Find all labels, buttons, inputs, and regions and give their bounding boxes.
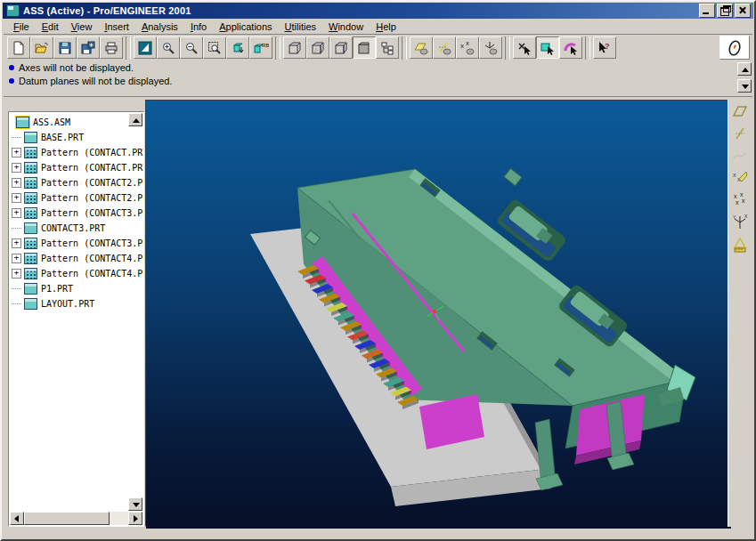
expand-plus-icon[interactable]: + — [12, 193, 21, 203]
svg-text:x: x — [733, 172, 736, 178]
tree-item[interactable]: BASE.PRT — [10, 130, 130, 145]
datum-plane-toggle-icon — [413, 41, 429, 55]
menu-help[interactable]: Help — [370, 20, 402, 33]
pattern-icon — [24, 238, 37, 249]
restore-icon — [720, 7, 729, 16]
datum-point-tool-icon: xx — [732, 170, 748, 186]
box-pick-button[interactable] — [536, 36, 559, 59]
tree-scroll-right-button[interactable] — [128, 512, 142, 525]
save-file-button[interactable] — [53, 36, 77, 59]
coordinate-system-tool-button[interactable]: YX — [729, 212, 751, 233]
menu-utilities[interactable]: Utilities — [279, 20, 322, 33]
menu-info[interactable]: Info — [184, 20, 213, 33]
menu-bar: File Edit View Insert Analysis Info Appl… — [4, 20, 752, 35]
pattern-icon — [24, 177, 37, 189]
expand-plus-icon[interactable]: + — [12, 254, 21, 263]
menu-file[interactable]: File — [7, 20, 36, 33]
tree-scroll-left-button[interactable] — [10, 512, 24, 525]
restore-button[interactable] — [717, 4, 733, 18]
orient-mode-button[interactable] — [226, 36, 249, 59]
selection-filter-icon — [517, 41, 532, 55]
datum-planes-toggle-button[interactable] — [410, 36, 433, 59]
minimize-icon — [703, 12, 709, 14]
tree-item[interactable]: + Pattern (CONTACT4.PR — [10, 251, 130, 266]
zoom-in-button[interactable] — [157, 36, 180, 59]
expand-plus-icon[interactable]: + — [12, 238, 21, 248]
graphics-viewport[interactable] — [145, 100, 734, 527]
svg-text:x: x — [736, 199, 739, 206]
tree-connector — [12, 303, 21, 304]
menu-view[interactable]: View — [65, 20, 99, 33]
tree-item-root[interactable]: ASS.ASM — [10, 115, 130, 130]
model-tree-toggle-button[interactable] — [376, 36, 399, 59]
tree-item[interactable]: + Pattern (CONTACT.PRT — [10, 160, 130, 175]
expand-plus-icon[interactable]: + — [12, 269, 21, 279]
repaint-button[interactable] — [134, 36, 157, 59]
tree-item[interactable]: + Pattern (CONTACT.PRT — [10, 145, 130, 160]
new-file-button[interactable] — [7, 36, 30, 59]
menu-applications[interactable]: Applications — [213, 20, 278, 33]
open-file-button[interactable] — [30, 36, 53, 59]
menu-window[interactable]: Window — [322, 20, 370, 33]
proe-logo-button[interactable] — [719, 36, 750, 60]
tree-item[interactable]: + Pattern (CONTACT2.PR — [10, 175, 130, 190]
arrow-left-icon — [14, 515, 19, 522]
datum-axes-toggle-button[interactable] — [433, 36, 456, 59]
part-icon — [24, 298, 37, 310]
svg-text:x: x — [460, 42, 464, 50]
no-hidden-button[interactable] — [329, 36, 353, 59]
model-tree-panel[interactable]: ASS.ASM BASE.PRT + Pattern (CONTACT.PRT … — [8, 111, 144, 527]
csys-toggle-button[interactable] — [479, 36, 502, 59]
message-area: Axes will not be displayed. Datum planes… — [4, 61, 752, 96]
tree-item[interactable]: + Pattern (CONTACT3.PR — [10, 206, 130, 221]
saved-views-button[interactable]: RB — [249, 36, 272, 59]
minimize-button[interactable] — [699, 4, 715, 18]
menu-analysis[interactable]: Analysis — [135, 20, 184, 33]
tree-item[interactable]: P1.PRT — [10, 281, 130, 296]
model-canvas[interactable] — [146, 101, 731, 532]
tree-item[interactable]: + Pattern (CONTACT4.PR — [10, 266, 130, 281]
point-symbols-toggle-button[interactable]: xx — [456, 36, 479, 59]
selection-filter-button[interactable] — [513, 36, 536, 59]
smart-pick-button[interactable] — [559, 36, 582, 59]
shading-button[interactable] — [353, 36, 376, 59]
scroll-down-button[interactable] — [737, 79, 752, 93]
save-backup-button[interactable] — [77, 36, 100, 59]
datum-curve-tool-button[interactable] — [729, 145, 751, 166]
message-scrollbar[interactable] — [737, 62, 752, 94]
message-text: Axes will not be displayed. — [19, 62, 134, 73]
pattern-icon — [24, 253, 37, 264]
menu-edit[interactable]: Edit — [36, 20, 65, 33]
analysis-measure-tool-button[interactable] — [729, 234, 751, 255]
refit-button[interactable] — [203, 36, 226, 59]
datum-plane-tool-button[interactable] — [729, 101, 751, 122]
expand-plus-icon[interactable]: + — [12, 208, 21, 218]
expand-plus-icon[interactable]: + — [12, 148, 21, 157]
expand-plus-icon[interactable]: + — [12, 163, 21, 173]
zoom-out-button[interactable] — [180, 36, 203, 59]
tree-item[interactable]: + Pattern (CONTACT3.PR — [10, 236, 130, 251]
tree-scrollbar-thumb[interactable] — [24, 512, 110, 525]
title-bar[interactable]: ASS (Active) - Pro/ENGINEER 2001 — [3, 3, 753, 19]
offset-points-tool-button[interactable]: xxxx — [729, 190, 751, 211]
wireframe-button[interactable] — [283, 36, 306, 59]
scroll-up-button[interactable] — [737, 62, 752, 76]
close-button[interactable] — [735, 4, 751, 18]
hidden-line-button[interactable] — [306, 36, 329, 59]
datum-point-tool-button[interactable]: xx — [729, 167, 751, 189]
menu-insert[interactable]: Insert — [98, 20, 135, 33]
context-help-button[interactable]: ? — [593, 36, 616, 59]
tree-scroll-up-button[interactable] — [128, 113, 142, 126]
tree-horizontal-scrollbar[interactable] — [10, 512, 142, 525]
window-title: ASS (Active) - Pro/ENGINEER 2001 — [23, 5, 699, 16]
tree-item[interactable]: CONTACT3.PRT — [10, 221, 130, 236]
expand-plus-icon[interactable]: + — [12, 178, 21, 188]
main-area: ASS.ASM BASE.PRT + Pattern (CONTACT.PRT … — [4, 96, 752, 529]
datum-axis-tool-button[interactable] — [729, 123, 751, 144]
tree-item[interactable]: + Pattern (CONTACT2.PR — [10, 190, 130, 206]
tree-scroll-down-button[interactable] — [128, 497, 142, 511]
print-button[interactable] — [100, 36, 123, 59]
orient-mode-icon — [231, 41, 245, 55]
message-bullet-icon — [9, 65, 14, 70]
tree-item[interactable]: LAYOUT.PRT — [10, 296, 130, 311]
